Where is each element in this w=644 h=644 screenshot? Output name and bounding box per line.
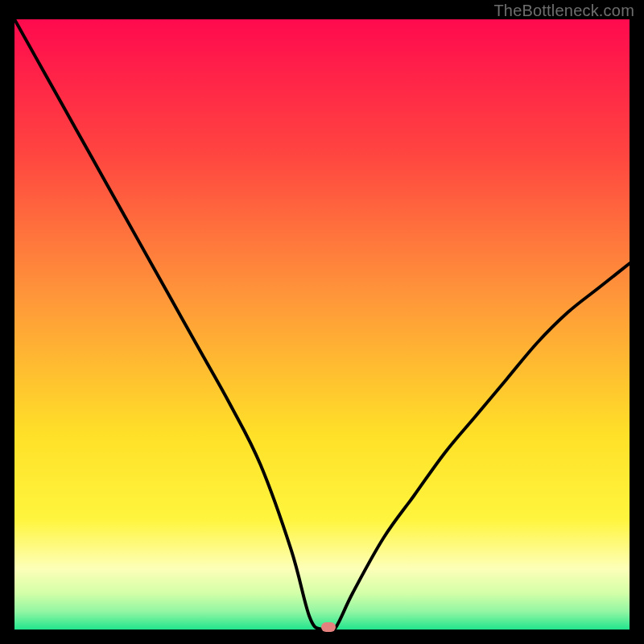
minimum-marker	[321, 622, 336, 632]
curve-layer	[14, 19, 630, 630]
plot-area	[14, 19, 630, 630]
chart-frame: TheBottleneck.com	[0, 0, 644, 644]
watermark-text: TheBottleneck.com	[493, 2, 634, 20]
bottleneck-curve	[14, 19, 630, 630]
